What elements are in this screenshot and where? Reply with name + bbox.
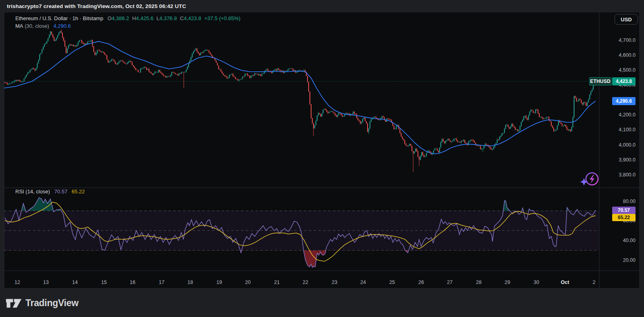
time-tick-label: 26 xyxy=(418,280,424,285)
supercharts-lightning-icon[interactable] xyxy=(579,169,600,189)
high-label: H xyxy=(132,15,136,21)
time-tick-label: 13 xyxy=(43,280,49,285)
watermark-bar: trishacrypto7 created with TradingView.c… xyxy=(0,0,644,12)
ma-indicator-params: (30, close) xyxy=(25,23,49,29)
time-tick-label: 16 xyxy=(130,280,135,285)
low-value: 4,376.8 xyxy=(160,15,177,21)
currency-label: USD xyxy=(621,17,632,23)
price-tick-label: 3,800.0 xyxy=(619,172,636,178)
rsi-tick-label: 80.00 xyxy=(623,199,636,204)
time-tick-label: 12 xyxy=(15,280,20,285)
footer-bar: TradingView xyxy=(0,289,644,317)
close-label: C xyxy=(180,15,184,21)
symbol-title: Ethereum / U.S. Dollar · 1h · Bitstamp xyxy=(15,15,103,21)
rsi-tick-label: 20.00 xyxy=(623,257,636,263)
rsi-value-label: 70.57 xyxy=(612,207,636,214)
rsi-indicator-label: RSI xyxy=(15,189,24,195)
rsi-value: 70.57 xyxy=(54,189,68,195)
price-tick-label: 4,200.0 xyxy=(619,112,636,118)
time-tick-label: 29 xyxy=(505,280,510,285)
rsi-indicator-params: (14, close) xyxy=(25,189,50,195)
watermark-text: trishacrypto7 created with TradingView.c… xyxy=(7,3,186,9)
time-tick-label: Oct xyxy=(561,280,570,285)
currency-toggle-button[interactable]: USD xyxy=(615,14,638,25)
time-tick-label: 2 xyxy=(593,280,596,285)
open-label: O xyxy=(108,15,112,21)
price-tick-label: 4,100.0 xyxy=(619,127,636,133)
time-tick-label: 14 xyxy=(72,280,78,285)
change-value: +37.5 (+0.85%) xyxy=(204,15,241,21)
tradingview-snapshot: 4,700.04,600.04,500.04,400.04,300.04,200… xyxy=(0,0,644,317)
price-tick-label: 3,900.0 xyxy=(619,157,636,163)
tradingview-logo[interactable]: TradingView xyxy=(6,298,79,309)
time-tick-label: 27 xyxy=(447,280,453,285)
time-tick-label: 20 xyxy=(245,280,251,285)
symbol-legend-row[interactable]: Ethereum / U.S. Dollar · 1h · Bitstamp O… xyxy=(15,15,241,21)
time-tick-label: 21 xyxy=(274,280,280,285)
time-tick-label: 15 xyxy=(101,280,107,285)
ma-legend-row[interactable]: MA (30, close) 4,290.6 xyxy=(15,23,71,29)
chart-plot[interactable]: 4,700.04,600.04,500.04,400.04,300.04,200… xyxy=(0,0,644,317)
last-price-label: 4,423.8 xyxy=(612,77,636,85)
sparkle-glyph xyxy=(580,178,588,186)
ma-price-label: 4,290.6 xyxy=(612,97,636,105)
rsi-ma-value-label: 65.22 xyxy=(612,214,636,221)
time-tick-label: 22 xyxy=(303,280,308,285)
time-axis-scale[interactable]: 12131415161718192021222324252627282930Oc… xyxy=(15,280,595,285)
time-tick-label: 24 xyxy=(360,280,366,285)
time-tick-label: 18 xyxy=(187,280,193,285)
open-value: 4,386.2 xyxy=(112,15,129,21)
low-label: L xyxy=(156,15,159,21)
ma-indicator-label: MA xyxy=(15,23,23,29)
tradingview-logo-icon xyxy=(6,298,22,309)
symbol-price-badge: ETHUSD xyxy=(589,77,611,85)
price-tick-label: 4,600.0 xyxy=(619,52,636,58)
price-tick-label: 4,500.0 xyxy=(619,67,636,73)
time-tick-label: 28 xyxy=(476,280,482,285)
close-value: 4,423.8 xyxy=(184,15,201,21)
lightning-bolt-glyph xyxy=(590,175,594,184)
time-tick-label: 23 xyxy=(332,280,337,285)
rsi-tick-label: 40.00 xyxy=(623,238,636,243)
high-value: 4,425.6 xyxy=(136,15,153,21)
tradingview-logo-text: TradingView xyxy=(25,298,79,309)
time-tick-label: 17 xyxy=(159,280,164,285)
ma-indicator-value: 4,290.6 xyxy=(53,23,71,29)
price-tick-label: 4,700.0 xyxy=(619,37,636,43)
rsi-ma-value: 65.22 xyxy=(72,189,85,195)
time-tick-label: 19 xyxy=(216,280,222,285)
time-tick-label: 30 xyxy=(534,280,539,285)
time-tick-label: 25 xyxy=(389,280,395,285)
price-tick-label: 4,000.0 xyxy=(619,142,636,148)
rsi-legend-row[interactable]: RSI (14, close) 70.57 65.22 xyxy=(15,189,85,195)
